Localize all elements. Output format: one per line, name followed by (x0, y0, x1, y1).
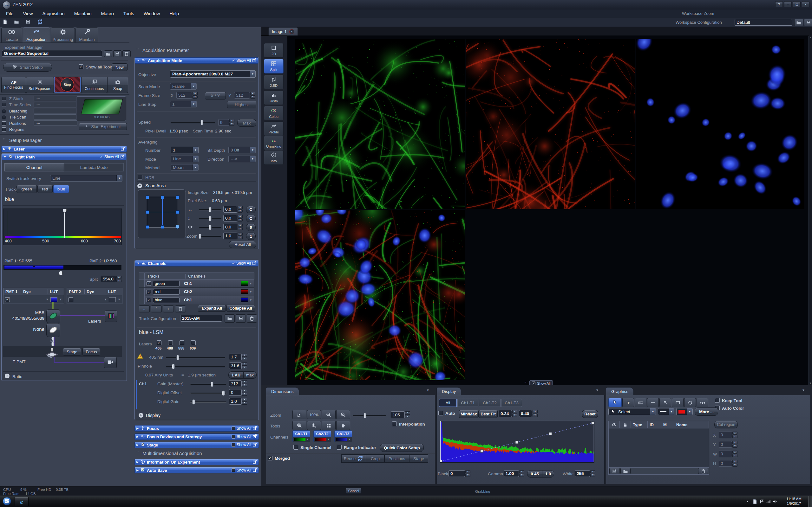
track-name-field[interactable]: green (153, 281, 180, 286)
crop-button[interactable]: Crop (366, 454, 385, 463)
single-channel-checkbox[interactable]: ✓ (293, 445, 298, 450)
scan-area-handle[interactable] (161, 225, 164, 229)
menu-item-file[interactable]: File (1, 9, 18, 18)
channel-color-dropdown[interactable]: ▼ (249, 298, 252, 302)
menu-item-maintain[interactable]: Maintain (69, 9, 96, 18)
config-save-button[interactable] (804, 19, 812, 26)
gamma-spinner[interactable]: 1.00▲▼ (504, 470, 524, 477)
line-style-combo[interactable]: ▼ (658, 408, 674, 415)
display-tab-ch1t3[interactable]: Ch1-T3 (501, 399, 522, 407)
rectangle-tool[interactable] (672, 398, 683, 407)
offset-x-thumb[interactable] (209, 207, 212, 212)
toggle-checkbox[interactable]: ✓ (2, 109, 6, 113)
speed-slider-thumb[interactable] (200, 120, 203, 125)
toggle-checkbox[interactable]: ✓ (2, 103, 6, 107)
scan-area-handle[interactable] (161, 195, 164, 199)
tray-expand-icon[interactable]: ▲ (746, 500, 749, 503)
scan-zoom-center-button[interactable]: 1 (246, 233, 256, 240)
channel-color-dropdown[interactable]: ▼ (348, 438, 351, 441)
green-channel-image[interactable] (295, 39, 465, 209)
network-tray-icon[interactable] (766, 499, 771, 505)
line-step-combo[interactable]: 1▼ (170, 101, 197, 107)
channel-color-dropdown[interactable]: ▼ (327, 438, 330, 441)
viewer-scrollbar[interactable]: ▲ ▼ (809, 36, 812, 385)
coord-h-spinner[interactable]: 0▲▼ (719, 460, 738, 467)
text-tool[interactable]: T (622, 398, 634, 407)
scan-zoom-spinner[interactable]: 1.0▲▼ (223, 233, 243, 239)
dim-zoom-spinner[interactable]: 105▲▼ (391, 411, 410, 418)
spline-tool[interactable] (697, 398, 708, 407)
split-value-spinner[interactable]: 554.0 ▲▼ (101, 276, 121, 282)
zoom-100-button[interactable]: 100% (307, 410, 321, 419)
snap-button[interactable]: Snap (107, 77, 128, 93)
load-annotations-button[interactable] (620, 468, 630, 474)
focus-button[interactable]: Focus (83, 348, 100, 355)
bestfit-button[interactable]: Best Fit (478, 410, 498, 418)
channel-color-swatch[interactable] (241, 281, 248, 286)
dim-zoom-thumb[interactable] (363, 413, 366, 418)
set-exposure-button[interactable]: Set Exposure (26, 77, 54, 93)
toggle-checkbox[interactable]: ✓ (2, 115, 6, 119)
minmax-button[interactable]: Min/Max (459, 410, 478, 418)
viewer-tab-split[interactable]: Split (264, 59, 284, 73)
graphics-tab[interactable]: Graphics (606, 387, 634, 395)
scan-area-handle[interactable] (146, 225, 149, 229)
laser-639-checkbox[interactable]: ✓ (191, 340, 196, 345)
rotation-center-button[interactable]: 0 (246, 224, 256, 231)
pinhole-max-button[interactable]: max (243, 372, 257, 379)
acquisition-mode-bar[interactable]: ▼Acquisition Mode ✓ Show All (135, 57, 258, 64)
draw-color-combo[interactable]: ▼ (676, 408, 693, 415)
find-focus-button[interactable]: AFFind Focus (1, 77, 26, 93)
light-path-section-bar[interactable]: ▼Light Path ✓ Show All (2, 154, 126, 160)
zoom-updown-tool[interactable] (307, 421, 321, 430)
gain-slider[interactable] (190, 384, 226, 385)
main-tab-acquisition[interactable]: Acquisition (23, 27, 50, 43)
hdr-checkbox[interactable]: ✓ (138, 175, 142, 180)
flag-tray-icon[interactable] (759, 499, 764, 505)
laser-555-checkbox[interactable]: ✓ (180, 340, 184, 345)
reuse-button[interactable]: Reuse (341, 454, 366, 463)
number-combo[interactable]: 1▼ (171, 147, 199, 153)
move-down-button[interactable]: ⌄ (139, 305, 150, 313)
lightpath-tab-lambda-mode[interactable]: Lambda Mode (64, 163, 124, 171)
smart-setup-button[interactable]: Smart Setup (3, 63, 52, 72)
pinhole-spinner[interactable]: 31.6▲▼ (229, 362, 247, 369)
rotation-thumb[interactable] (209, 225, 212, 230)
laser-power-spinner[interactable]: 1.7▲▼ (229, 354, 247, 360)
open-file-icon[interactable] (14, 19, 19, 25)
max-speed-button[interactable]: Max (237, 119, 256, 127)
reset-all-button[interactable]: Reset All (229, 241, 256, 248)
scan-zoom-thumb[interactable] (199, 233, 201, 239)
stop-button[interactable]: Stop (54, 77, 81, 93)
quick-color-setup-button[interactable]: Quick Color Setup (380, 444, 424, 452)
ratio-expander[interactable]: Ratio (4, 373, 22, 380)
toggle-checkbox[interactable]: ✓ (2, 127, 6, 131)
digital-offset-slider[interactable] (190, 393, 226, 394)
main-tab-processing[interactable]: Processing (51, 27, 75, 43)
scan-area-rotate-handle[interactable] (175, 225, 180, 229)
method-combo[interactable]: Mean▼ (171, 164, 199, 171)
show-desktop-button[interactable] (808, 496, 812, 507)
pmt-range-bar[interactable]: ▼ (3, 265, 122, 270)
tpmt-button[interactable] (104, 357, 117, 368)
menu-item-window[interactable]: Window (139, 9, 165, 18)
cut-region-button[interactable]: Cut region (714, 421, 738, 429)
display-collapse-icon[interactable]: ▼ (596, 389, 599, 392)
accordion-stage[interactable]: ▶Stage✓ Show All (135, 442, 259, 448)
main-tab-locate[interactable]: Locate (1, 27, 22, 43)
xy-button[interactable]: X * Y (205, 92, 226, 100)
line-tool[interactable] (647, 398, 659, 407)
cancel-button[interactable]: Cancel (346, 488, 362, 494)
channel-color-swatch[interactable] (241, 297, 248, 302)
workspace-config-input[interactable]: Default (734, 19, 792, 26)
accordion-focus-devices-and-strategy[interactable]: ▶Focus Devices and Strategy✓ Show All (135, 434, 259, 440)
channel-color-dropdown[interactable]: ▼ (249, 282, 252, 285)
config-open-button[interactable] (794, 19, 803, 26)
new-document-icon[interactable] (3, 19, 8, 25)
zoom-rect-tool[interactable] (293, 421, 306, 430)
main-tab-maintain[interactable]: Maintain (75, 27, 98, 43)
coord-y-spinner[interactable]: 0▲▼ (719, 441, 738, 448)
laser-488-checkbox[interactable]: ✓ (168, 340, 173, 345)
blue-channel-image[interactable] (636, 39, 804, 209)
channel-color-dropdown[interactable]: ▼ (306, 438, 309, 441)
